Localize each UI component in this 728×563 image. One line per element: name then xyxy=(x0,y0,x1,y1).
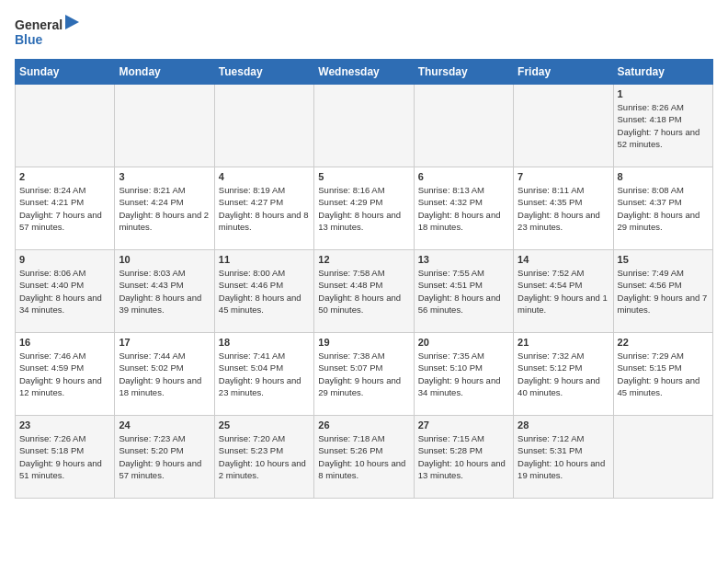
calendar-cell: 6Sunrise: 8:13 AM Sunset: 4:32 PM Daylig… xyxy=(414,167,513,250)
day-info: Sunrise: 7:55 AM Sunset: 4:51 PM Dayligh… xyxy=(418,267,509,316)
weekday-header-thursday: Thursday xyxy=(414,60,513,85)
day-number: 19 xyxy=(318,337,409,348)
calendar-cell xyxy=(613,416,712,499)
calendar-cell xyxy=(414,85,513,167)
day-info: Sunrise: 7:15 AM Sunset: 5:28 PM Dayligh… xyxy=(418,432,509,481)
day-info: Sunrise: 7:41 AM Sunset: 5:04 PM Dayligh… xyxy=(219,350,310,398)
day-number: 24 xyxy=(119,419,210,431)
day-number: 26 xyxy=(318,419,409,431)
svg-marker-2 xyxy=(65,15,79,29)
weekday-row: SundayMondayTuesdayWednesdayThursdayFrid… xyxy=(16,60,713,85)
day-info: Sunrise: 7:12 AM Sunset: 5:31 PM Dayligh… xyxy=(518,432,609,481)
calendar-week-0: 1Sunrise: 8:26 AM Sunset: 4:18 PM Daylig… xyxy=(16,85,713,167)
day-info: Sunrise: 7:35 AM Sunset: 5:10 PM Dayligh… xyxy=(418,350,509,398)
day-number: 22 xyxy=(618,337,709,348)
day-info: Sunrise: 7:18 AM Sunset: 5:26 PM Dayligh… xyxy=(318,432,409,481)
day-number: 4 xyxy=(219,171,310,182)
day-info: Sunrise: 8:11 AM Sunset: 4:35 PM Dayligh… xyxy=(518,184,609,233)
day-number: 23 xyxy=(19,419,110,431)
weekday-header-sunday: Sunday xyxy=(16,60,115,85)
calendar-cell: 20Sunrise: 7:35 AM Sunset: 5:10 PM Dayli… xyxy=(414,333,513,416)
day-info: Sunrise: 8:00 AM Sunset: 4:46 PM Dayligh… xyxy=(219,267,310,316)
calendar-cell: 26Sunrise: 7:18 AM Sunset: 5:26 PM Dayli… xyxy=(314,416,414,499)
day-info: Sunrise: 7:32 AM Sunset: 5:12 PM Dayligh… xyxy=(518,350,609,398)
day-number: 15 xyxy=(618,254,709,265)
day-info: Sunrise: 8:08 AM Sunset: 4:37 PM Dayligh… xyxy=(618,184,709,233)
calendar-header: SundayMondayTuesdayWednesdayThursdayFrid… xyxy=(16,60,713,85)
day-number: 14 xyxy=(518,254,609,265)
day-info: Sunrise: 8:03 AM Sunset: 4:43 PM Dayligh… xyxy=(119,267,210,316)
calendar-cell: 15Sunrise: 7:49 AM Sunset: 4:56 PM Dayli… xyxy=(613,250,712,333)
day-number: 3 xyxy=(119,171,210,182)
day-number: 12 xyxy=(318,254,409,265)
day-number: 9 xyxy=(19,254,110,265)
day-info: Sunrise: 7:26 AM Sunset: 5:18 PM Dayligh… xyxy=(19,432,110,481)
calendar-cell: 9Sunrise: 8:06 AM Sunset: 4:40 PM Daylig… xyxy=(16,250,115,333)
day-info: Sunrise: 7:20 AM Sunset: 5:23 PM Dayligh… xyxy=(219,432,310,481)
calendar-cell: 27Sunrise: 7:15 AM Sunset: 5:28 PM Dayli… xyxy=(414,416,513,499)
calendar-cell: 8Sunrise: 8:08 AM Sunset: 4:37 PM Daylig… xyxy=(613,167,712,250)
day-number: 25 xyxy=(219,419,310,431)
calendar-cell: 5Sunrise: 8:16 AM Sunset: 4:29 PM Daylig… xyxy=(314,167,414,250)
day-number: 13 xyxy=(418,254,509,265)
calendar-cell: 4Sunrise: 8:19 AM Sunset: 4:27 PM Daylig… xyxy=(214,167,313,250)
calendar-cell: 23Sunrise: 7:26 AM Sunset: 5:18 PM Dayli… xyxy=(16,416,115,499)
calendar-cell xyxy=(16,85,115,167)
day-info: Sunrise: 7:29 AM Sunset: 5:15 PM Dayligh… xyxy=(618,350,709,398)
calendar-cell: 12Sunrise: 7:58 AM Sunset: 4:48 PM Dayli… xyxy=(314,250,414,333)
calendar-cell: 18Sunrise: 7:41 AM Sunset: 5:04 PM Dayli… xyxy=(214,333,313,416)
day-number: 20 xyxy=(418,337,509,348)
day-info: Sunrise: 7:46 AM Sunset: 4:59 PM Dayligh… xyxy=(19,350,110,398)
day-info: Sunrise: 8:19 AM Sunset: 4:27 PM Dayligh… xyxy=(219,184,310,233)
day-info: Sunrise: 8:26 AM Sunset: 4:18 PM Dayligh… xyxy=(618,101,709,150)
calendar-cell: 13Sunrise: 7:55 AM Sunset: 4:51 PM Dayli… xyxy=(414,250,513,333)
day-number: 16 xyxy=(19,337,110,348)
day-number: 1 xyxy=(618,88,709,99)
calendar-cell: 3Sunrise: 8:21 AM Sunset: 4:24 PM Daylig… xyxy=(115,167,214,250)
weekday-header-friday: Friday xyxy=(514,60,613,85)
day-info: Sunrise: 7:38 AM Sunset: 5:07 PM Dayligh… xyxy=(318,350,409,398)
calendar-week-1: 2Sunrise: 8:24 AM Sunset: 4:21 PM Daylig… xyxy=(16,167,713,250)
weekday-header-saturday: Saturday xyxy=(613,60,712,85)
logo: GeneralBlue xyxy=(15,15,79,52)
calendar-cell xyxy=(514,85,613,167)
calendar-cell: 21Sunrise: 7:32 AM Sunset: 5:12 PM Dayli… xyxy=(514,333,613,416)
day-number: 8 xyxy=(618,171,709,182)
day-info: Sunrise: 8:06 AM Sunset: 4:40 PM Dayligh… xyxy=(19,267,110,316)
day-number: 5 xyxy=(318,171,409,182)
calendar-cell xyxy=(115,85,214,167)
day-number: 7 xyxy=(518,171,609,182)
calendar-cell: 28Sunrise: 7:12 AM Sunset: 5:31 PM Dayli… xyxy=(514,416,613,499)
calendar-cell xyxy=(314,85,414,167)
day-number: 17 xyxy=(119,337,210,348)
day-number: 28 xyxy=(518,419,609,431)
calendar-cell: 2Sunrise: 8:24 AM Sunset: 4:21 PM Daylig… xyxy=(16,167,115,250)
calendar-cell: 25Sunrise: 7:20 AM Sunset: 5:23 PM Dayli… xyxy=(214,416,313,499)
day-number: 10 xyxy=(119,254,210,265)
day-info: Sunrise: 7:44 AM Sunset: 5:02 PM Dayligh… xyxy=(119,350,210,398)
day-info: Sunrise: 7:58 AM Sunset: 4:48 PM Dayligh… xyxy=(318,267,409,316)
calendar-cell: 11Sunrise: 8:00 AM Sunset: 4:46 PM Dayli… xyxy=(214,250,313,333)
day-number: 18 xyxy=(219,337,310,348)
svg-text:General: General xyxy=(15,17,63,32)
calendar-body: 1Sunrise: 8:26 AM Sunset: 4:18 PM Daylig… xyxy=(16,85,713,499)
day-info: Sunrise: 8:21 AM Sunset: 4:24 PM Dayligh… xyxy=(119,184,210,233)
page-header: GeneralBlue xyxy=(15,15,713,52)
day-info: Sunrise: 7:49 AM Sunset: 4:56 PM Dayligh… xyxy=(618,267,709,316)
day-number: 2 xyxy=(19,171,110,182)
day-info: Sunrise: 8:16 AM Sunset: 4:29 PM Dayligh… xyxy=(318,184,409,233)
calendar-table: SundayMondayTuesdayWednesdayThursdayFrid… xyxy=(15,59,713,499)
calendar-cell xyxy=(214,85,313,167)
calendar-cell: 24Sunrise: 7:23 AM Sunset: 5:20 PM Dayli… xyxy=(115,416,214,499)
calendar-cell: 7Sunrise: 8:11 AM Sunset: 4:35 PM Daylig… xyxy=(514,167,613,250)
day-number: 27 xyxy=(418,419,509,431)
day-info: Sunrise: 7:23 AM Sunset: 5:20 PM Dayligh… xyxy=(119,432,210,481)
day-number: 6 xyxy=(418,171,509,182)
calendar-week-3: 16Sunrise: 7:46 AM Sunset: 4:59 PM Dayli… xyxy=(16,333,713,416)
calendar-cell: 16Sunrise: 7:46 AM Sunset: 4:59 PM Dayli… xyxy=(16,333,115,416)
svg-text:Blue: Blue xyxy=(15,32,43,47)
calendar-cell: 22Sunrise: 7:29 AM Sunset: 5:15 PM Dayli… xyxy=(613,333,712,416)
weekday-header-tuesday: Tuesday xyxy=(214,60,313,85)
calendar-cell: 19Sunrise: 7:38 AM Sunset: 5:07 PM Dayli… xyxy=(314,333,414,416)
logo-svg: GeneralBlue xyxy=(15,15,79,52)
